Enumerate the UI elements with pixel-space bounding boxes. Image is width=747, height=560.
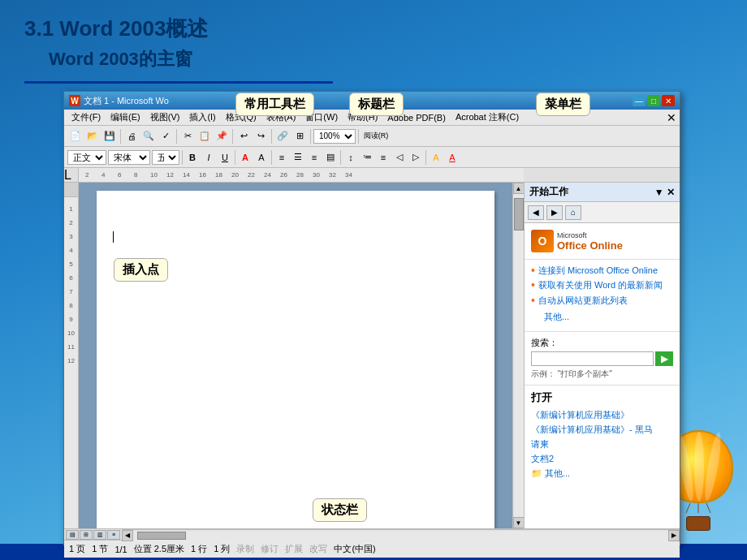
open-other-folder[interactable]: 📁 其他... — [531, 467, 673, 480]
close-button[interactable]: ✕ — [662, 95, 675, 106]
tb-hyperlink[interactable]: 🔗 — [274, 128, 291, 144]
scroll-thumb[interactable] — [514, 198, 524, 230]
tb-tables[interactable]: ⊞ — [291, 128, 308, 144]
open-file-3[interactable]: 请柬 — [531, 438, 673, 450]
ruler-corner: L — [64, 168, 79, 182]
side-panel: 开始工作 ▼ ✕ ◀ ▶ ⌂ O Microsoft Office Online — [524, 183, 680, 528]
bold-button[interactable]: B — [185, 150, 200, 165]
view-outline-button[interactable]: ≡ — [107, 530, 120, 540]
search-button[interactable]: ▶ — [655, 351, 673, 366]
panel-link-1[interactable]: • 连接到 Microsoft Office Online — [531, 265, 673, 276]
menu-edit[interactable]: 编辑(E) — [106, 110, 145, 124]
open-file-1[interactable]: 《新编计算机应用基础》 — [531, 409, 673, 421]
status-page: 1 页 — [69, 543, 85, 555]
size-select[interactable]: 五号 — [152, 150, 179, 165]
status-rec: 录制 — [236, 543, 254, 555]
scroll-track[interactable] — [514, 194, 524, 517]
window-controls: — □ ✕ — [633, 95, 675, 106]
link-dot-2: • — [531, 279, 535, 291]
vertical-ruler: 1 2 3 4 5 6 7 8 9 10 11 12 — [64, 183, 79, 528]
align-left[interactable]: ≡ — [274, 150, 289, 165]
view-print-button[interactable]: ▥ — [93, 530, 106, 540]
menu-insert[interactable]: 插入(I) — [185, 110, 219, 124]
tb-sep4 — [271, 129, 272, 144]
search-input[interactable] — [531, 351, 654, 366]
open-file-2[interactable]: 《新编计算机应用基础》- 黑马 — [531, 424, 673, 436]
scroll-h-thumb[interactable] — [137, 532, 186, 540]
scroll-h-track[interactable] — [133, 531, 668, 541]
tb-undo[interactable]: ↩ — [235, 128, 252, 144]
menu-close-icon[interactable]: ✕ — [667, 111, 676, 124]
panel-header: 开始工作 ▼ ✕ — [525, 183, 680, 202]
maximize-button[interactable]: □ — [647, 95, 660, 106]
standard-toolbar: 📄 📂 💾 🖨 🔍 ✓ ✂ 📋 📌 ↩ ↪ 🔗 ⊞ 100% 阅读(R) — [64, 126, 680, 147]
tb-copy[interactable]: 📋 — [196, 128, 213, 144]
panel-other-link[interactable]: 其他... — [531, 309, 673, 326]
align-center[interactable]: ☰ — [291, 150, 305, 165]
content-area: 1 2 3 4 5 6 7 8 9 10 11 12 — [64, 183, 680, 528]
tb-cut[interactable]: ✂ — [179, 128, 196, 144]
style-select[interactable]: 正文 — [67, 150, 106, 165]
status-section: 1 节 — [92, 543, 108, 555]
indent-increase[interactable]: ▷ — [408, 150, 423, 165]
tb-sep1 — [120, 129, 121, 144]
callout-insertpoint: 插入点 — [114, 258, 168, 282]
office-logo-text: Microsoft Office Online — [557, 231, 623, 252]
tb-read[interactable]: 阅读(R) — [361, 128, 391, 144]
tb-spell[interactable]: ✓ — [158, 128, 174, 144]
open-file-4[interactable]: 文档2 — [531, 453, 673, 465]
tb-print[interactable]: 🖨 — [123, 128, 140, 144]
menu-acrobat[interactable]: Acrobat 注释(C) — [451, 110, 523, 124]
panel-home-button[interactable]: ⌂ — [565, 205, 581, 220]
view-web-button[interactable]: ⊞ — [80, 530, 93, 540]
underline-button[interactable]: U — [218, 150, 232, 165]
tb-save[interactable]: 💾 — [101, 128, 118, 144]
menu-view[interactable]: 视图(V) — [146, 110, 184, 124]
scroll-left-button[interactable]: ◀ — [122, 530, 133, 541]
scroll-right-button[interactable]: ▶ — [668, 530, 680, 541]
tb-sep6 — [358, 129, 359, 144]
panel-forward-button[interactable]: ▶ — [546, 205, 563, 220]
tb-sep3 — [232, 129, 233, 144]
panel-links: • 连接到 Microsoft Office Online • 获取有关使用 W… — [525, 260, 680, 332]
font-color[interactable]: A — [445, 150, 460, 165]
indent-decrease[interactable]: ◁ — [392, 150, 407, 165]
panel-open-section: 打开 《新编计算机应用基础》 《新编计算机应用基础》- 黑马 请柬 文档2 📁 … — [525, 386, 680, 485]
panel-menu-icon[interactable]: ▼ ✕ — [654, 187, 675, 198]
font-color-A[interactable]: A — [238, 150, 253, 165]
panel-link-2[interactable]: • 获取有关使用 Word 的最新新闻 — [531, 279, 673, 291]
fmt-sep5 — [425, 150, 426, 165]
status-bar: 1 页 1 节 1/1 位置 2.5厘米 1 行 1 列 录制 修订 扩展 改写… — [64, 540, 680, 558]
callout-toolbar: 常用工具栏 — [235, 93, 314, 116]
menu-file[interactable]: 文件(F) — [67, 110, 105, 124]
slide-subtitle: Word 2003的主窗 — [49, 47, 192, 71]
italic-button[interactable]: I — [201, 150, 216, 165]
font-strikethrough[interactable]: A — [254, 150, 269, 165]
balloon-ropes — [678, 503, 719, 513]
scroll-down-button[interactable]: ▼ — [513, 517, 525, 528]
status-mod: 修订 — [261, 543, 279, 555]
panel-link-3[interactable]: • 自动从网站更新此列表 — [531, 295, 673, 306]
minimize-button[interactable]: — — [633, 95, 646, 106]
tb-preview[interactable]: 🔍 — [140, 128, 157, 144]
tb-redo[interactable]: ↪ — [253, 128, 269, 144]
font-select[interactable]: 宋体 — [108, 150, 150, 165]
num-list[interactable]: ≡ — [376, 150, 391, 165]
status-col: 1 列 — [214, 543, 230, 555]
horizontal-scrollbar[interactable]: ◀ ▶ — [122, 529, 680, 541]
word-window: W 文档 1 - Microsoft Wo — □ ✕ 文件(F) 编辑(E) … — [63, 91, 680, 545]
bullet-list[interactable]: ≔ — [360, 150, 374, 165]
justify[interactable]: ▤ — [323, 150, 338, 165]
scroll-up-button[interactable]: ▲ — [513, 183, 525, 194]
folder-icon: 📁 — [531, 468, 542, 479]
view-normal-button[interactable]: ▤ — [66, 530, 79, 540]
vertical-scrollbar[interactable]: ▲ ▼ — [512, 183, 524, 528]
tb-open[interactable]: 📂 — [84, 128, 101, 144]
tb-new[interactable]: 📄 — [67, 128, 84, 144]
highlight[interactable]: A — [429, 150, 443, 165]
tb-paste[interactable]: 📌 — [214, 128, 230, 144]
zoom-select[interactable]: 100% — [313, 129, 356, 144]
panel-back-button[interactable]: ◀ — [528, 205, 544, 220]
align-right[interactable]: ≡ — [307, 150, 322, 165]
line-spacing[interactable]: ↕ — [343, 150, 358, 165]
